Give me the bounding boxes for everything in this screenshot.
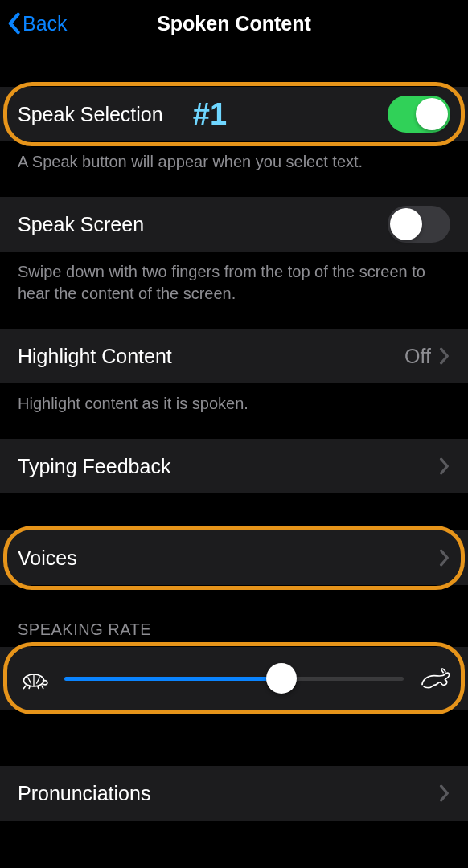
speak-screen-toggle[interactable] bbox=[388, 206, 450, 243]
annotation-number-1: #1 bbox=[193, 97, 227, 132]
typing-feedback-label: Typing Feedback bbox=[18, 455, 439, 478]
speak-selection-footer: A Speak button will appear when you sele… bbox=[0, 141, 468, 192]
toggle-knob bbox=[390, 208, 422, 240]
row-highlight-content[interactable]: Highlight Content Off bbox=[0, 329, 468, 383]
navbar: Back Spoken Content bbox=[0, 0, 468, 47]
row-typing-feedback[interactable]: Typing Feedback bbox=[0, 439, 468, 493]
chevron-right-icon bbox=[439, 784, 450, 802]
speak-screen-label: Speak Screen bbox=[18, 213, 388, 236]
chevron-right-icon bbox=[439, 347, 450, 365]
slider-thumb[interactable] bbox=[266, 663, 297, 694]
slider-fill bbox=[64, 677, 281, 681]
highlight-content-footer: Highlight content as it is spoken. bbox=[0, 383, 468, 434]
speak-selection-toggle[interactable] bbox=[388, 96, 450, 133]
chevron-right-icon bbox=[439, 549, 450, 567]
row-speak-selection[interactable]: Speak Selection #1 bbox=[0, 87, 468, 141]
speak-selection-label: Speak Selection bbox=[18, 103, 179, 126]
hare-icon bbox=[418, 666, 450, 690]
speak-screen-footer: Swipe down with two fingers from the top… bbox=[0, 252, 468, 324]
pronunciations-label: Pronunciations bbox=[18, 782, 439, 805]
row-speak-screen[interactable]: Speak Screen bbox=[0, 197, 468, 252]
toggle-knob bbox=[416, 98, 448, 130]
chevron-left-icon bbox=[6, 12, 21, 35]
speaking-rate-header: SPEAKING RATE bbox=[0, 585, 468, 647]
row-pronunciations[interactable]: Pronunciations bbox=[0, 766, 468, 821]
row-voices[interactable]: Voices bbox=[0, 530, 468, 585]
tortoise-icon bbox=[18, 666, 50, 690]
highlight-content-label: Highlight Content bbox=[18, 345, 404, 368]
row-speaking-rate[interactable] bbox=[0, 647, 468, 710]
highlight-content-value: Off bbox=[404, 345, 431, 368]
page-title: Spoken Content bbox=[157, 12, 311, 35]
chevron-right-icon bbox=[439, 457, 450, 475]
back-label: Back bbox=[23, 12, 68, 35]
voices-label: Voices bbox=[18, 547, 439, 570]
back-button[interactable]: Back bbox=[6, 12, 68, 35]
speaking-rate-slider[interactable] bbox=[64, 662, 404, 694]
